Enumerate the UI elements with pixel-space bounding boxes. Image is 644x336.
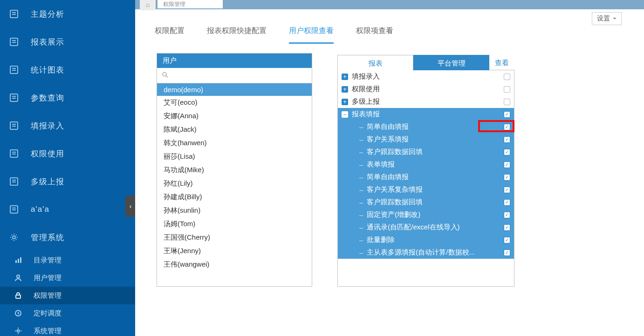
tree-child-row[interactable]: –批量删除 [338, 234, 514, 246]
checkbox[interactable] [504, 187, 510, 193]
tree-branch-icon: – [359, 236, 363, 244]
sidebar-item-param-query[interactable]: 参数查询 [0, 84, 135, 112]
sidebar-sub-schedule[interactable]: 定时调度 [0, 304, 135, 322]
sidebar-item-theme-analysis[interactable]: 主题分析 [0, 0, 135, 28]
user-item[interactable]: 艾可(eoco) [157, 96, 312, 109]
user-item[interactable]: 丽莎(Lisa) [157, 150, 312, 163]
svg-point-24 [13, 236, 15, 239]
user-list[interactable]: demo(demo)艾可(eoco)安娜(Anna)陈斌(Jack)韩文(han… [157, 83, 312, 286]
sidebar-sub-user-mgmt[interactable]: 用户管理 [0, 269, 135, 287]
checkbox[interactable] [504, 199, 510, 206]
sidebar-item-perm-use[interactable]: 权限使用 [0, 140, 135, 168]
tab-perm-config[interactable]: 权限配置 [155, 23, 185, 44]
sidebar-item-aaa[interactable]: a'a'a [0, 195, 135, 223]
user-item[interactable]: 马功成(Mike) [157, 163, 312, 177]
tree-row[interactable]: +权限使用 [338, 83, 514, 95]
perm-tree[interactable]: ++填报录入+权限使用+多级上报−报表填报–简单自由填报–客户关系填报–客户跟踪… [338, 70, 514, 286]
tree-child-row[interactable]: –简单自由填报 [338, 121, 514, 133]
user-item[interactable]: 王琳(Jenny) [157, 244, 312, 258]
tree-child-row[interactable]: –主从表多源填报(自动计算/数据校... [338, 246, 514, 259]
tree-branch-icon: – [359, 135, 363, 143]
expand-icon[interactable]: + [342, 99, 348, 105]
user-item[interactable]: 孙建成(Billy) [157, 190, 312, 204]
tree-row[interactable]: +多级上报 [338, 95, 514, 108]
svg-rect-29 [16, 295, 21, 298]
sidebar-sub-catalog-mgmt[interactable]: 目录管理 [0, 251, 135, 269]
tree-label: 多级上报 [352, 97, 504, 106]
tab-report-perm-quick[interactable]: 报表权限快捷配置 [207, 23, 267, 44]
tree-child-row[interactable]: –客户跟踪数据回填 [338, 146, 514, 158]
perm-panel-tabs: 报表 平台管理 查看 [337, 54, 514, 70]
tree-child-row[interactable]: –客户关系填报 [338, 133, 514, 146]
user-item[interactable]: 孙林(sunlin) [157, 204, 312, 217]
tree-group-row[interactable]: −报表填报 [338, 108, 514, 121]
perm-tab-platform[interactable]: 平台管理 [413, 55, 489, 70]
tree-child-row[interactable]: –简单自由填报 [338, 171, 514, 183]
sidebar-sub-perm-mgmt[interactable]: 权限管理 [0, 287, 135, 304]
checkbox[interactable] [504, 136, 510, 143]
sidebar-item-label: 主题分析 [31, 9, 64, 20]
tree-child-row[interactable]: –表单填报 [338, 158, 514, 171]
tree-label: 客户跟踪数据回填 [367, 198, 504, 207]
user-item[interactable]: 汤姆(Tom) [157, 217, 312, 231]
caret-down-icon [613, 18, 617, 20]
checkbox[interactable] [504, 111, 510, 118]
checkbox[interactable] [504, 99, 510, 105]
tree-child-row[interactable]: –通讯录(自匹配/excel在线导入) [338, 221, 514, 234]
user-item[interactable]: 孙红(Lily) [157, 177, 312, 190]
svg-point-28 [17, 275, 20, 278]
user-item[interactable]: 安娜(Anna) [157, 109, 312, 123]
sidebar-item-stat-chart[interactable]: 统计图表 [0, 56, 135, 84]
checkbox[interactable] [504, 174, 510, 181]
doc-icon [9, 93, 19, 102]
expand-icon[interactable]: + [342, 86, 348, 93]
topbar: ⌂ 权限管理 [135, 0, 644, 9]
sidebar-sub-label: 权限管理 [34, 291, 62, 300]
checkbox[interactable] [504, 149, 510, 155]
checkbox[interactable] [504, 161, 510, 168]
tab-user-perm-view[interactable]: 用户权限查看 [289, 23, 334, 44]
perm-tab-label: 报表 [369, 59, 383, 67]
checkbox[interactable] [504, 124, 510, 130]
tree-row[interactable]: +填报录入 [338, 70, 514, 83]
checkbox[interactable] [504, 249, 510, 256]
user-item[interactable]: 韩文(hanwen) [157, 136, 312, 150]
user-item[interactable]: 王伟(wangwei) [157, 258, 312, 271]
topbar-tab[interactable]: 权限管理 [158, 0, 223, 8]
sidebar-item-label: 多级上报 [31, 176, 64, 187]
sidebar-collapse-handle[interactable]: ‹ [125, 195, 135, 217]
checkbox[interactable] [504, 224, 510, 231]
sidebar-item-multi-report[interactable]: 多级上报 [0, 168, 135, 195]
sidebar-item-admin-system[interactable]: 管理系统 [0, 223, 135, 251]
sidebar-item-label: 报表展示 [31, 37, 64, 47]
tabs: 权限配置 报表权限快捷配置 用户权限查看 权限项查看 [135, 9, 644, 44]
tree-child-row[interactable]: –客户关系复杂填报 [338, 183, 514, 196]
tree-group: −报表填报–简单自由填报–客户关系填报–客户跟踪数据回填–表单填报–简单自由填报… [338, 108, 514, 259]
user-item[interactable]: 王国强(Cherry) [157, 231, 312, 244]
checkbox[interactable] [504, 86, 510, 93]
perm-view-link[interactable]: 查看 [489, 56, 514, 70]
tree-label: 简单自由填报 [367, 122, 504, 131]
tree-branch-icon: – [359, 249, 363, 256]
home-button[interactable]: ⌂ [140, 0, 156, 10]
tree-child-row[interactable]: –客户跟踪数据回填 [338, 196, 514, 208]
sidebar-item-label: a'a'a [31, 205, 49, 214]
sidebar-item-report-display[interactable]: 报表展示 [0, 28, 135, 56]
user-search-input[interactable] [161, 70, 308, 81]
sidebar-item-fill-entry[interactable]: 填报录入 [0, 112, 135, 140]
sidebar-sub-system-mgmt[interactable]: 系统管理 [0, 322, 135, 336]
tree-child-row[interactable]: –固定资产(增删改) [338, 208, 514, 221]
perm-tab-report[interactable]: 报表 [337, 55, 413, 70]
checkbox[interactable] [504, 237, 510, 243]
settings-button[interactable]: 设置 [592, 12, 622, 25]
user-item[interactable]: 陈斌(Jack) [157, 123, 312, 136]
tab-perm-item-view[interactable]: 权限项查看 [356, 23, 393, 44]
tab-label: 报表权限快捷配置 [207, 27, 267, 34]
expand-icon[interactable]: + [342, 74, 348, 80]
user-item[interactable]: demo(demo) [157, 83, 312, 96]
checkbox[interactable] [504, 212, 510, 218]
checkbox[interactable] [504, 74, 510, 80]
tree-branch-icon: – [359, 211, 363, 219]
doc-icon [9, 9, 19, 19]
collapse-icon[interactable]: − [342, 111, 348, 118]
